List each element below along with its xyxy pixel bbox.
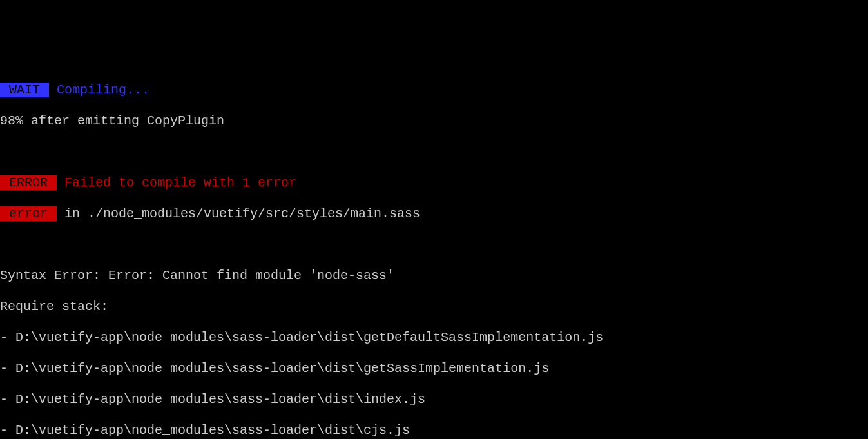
wait-line: WAIT Compiling... bbox=[0, 83, 868, 98]
stack-line: - D:\vuetify-app\node_modules\sass-loade… bbox=[0, 392, 868, 407]
blank-line bbox=[0, 237, 868, 253]
error-badge: ERROR bbox=[0, 175, 57, 190]
blank-line bbox=[0, 144, 868, 160]
wait-message: Compiling... bbox=[49, 83, 149, 97]
error-badge-lower: error bbox=[0, 206, 57, 221]
error-message-2: in ./node_modules/vuetify/src/styles/mai… bbox=[57, 206, 420, 221]
progress-line: 98% after emitting CopyPlugin bbox=[0, 113, 868, 129]
terminal-output: WAIT Compiling... 98% after emitting Cop… bbox=[0, 67, 868, 439]
stack-line: - D:\vuetify-app\node_modules\sass-loade… bbox=[0, 361, 868, 376]
wait-badge: WAIT bbox=[0, 83, 49, 97]
stack-line: - D:\vuetify-app\node_modules\sass-loade… bbox=[0, 330, 868, 346]
stack-line: - D:\vuetify-app\node_modules\sass-loade… bbox=[0, 423, 868, 438]
require-stack-label: Require stack: bbox=[0, 299, 868, 315]
error-line-1: ERROR Failed to compile with 1 error bbox=[0, 175, 868, 191]
error-line-2: error in ./node_modules/vuetify/src/styl… bbox=[0, 206, 868, 222]
syntax-error-header: Syntax Error: Error: Cannot find module … bbox=[0, 268, 868, 284]
error-message-1: Failed to compile with 1 error bbox=[57, 175, 296, 190]
